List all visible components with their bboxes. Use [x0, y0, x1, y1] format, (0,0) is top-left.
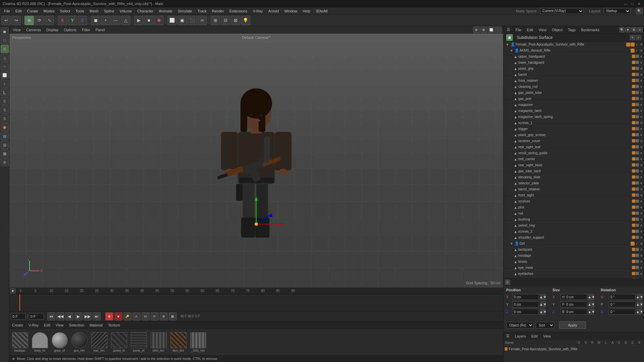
tree-item-pins[interactable]: ▲pins✕	[503, 204, 644, 210]
rp-file[interactable]: File	[514, 28, 524, 32]
3d-viewport[interactable]: Perspective Default Camera:* Grid Spacin…	[9, 34, 503, 288]
workplane-btn[interactable]: ⊠	[231, 16, 240, 25]
tree-item-bolt_carrier[interactable]: ▲bolt_carrier✕	[503, 156, 644, 162]
poly-mode-btn[interactable]: △	[121, 16, 130, 25]
coord-mode-select[interactable]: Object (Re) World	[506, 322, 534, 328]
mat-edit[interactable]: Edit	[43, 323, 52, 327]
vp-icon2[interactable]: ⊠	[480, 26, 487, 33]
scene-btn[interactable]: ⬡	[1, 36, 9, 44]
vt-options[interactable]: Options	[62, 28, 78, 32]
tree-item-girl-backpack[interactable]: ▲backpack✕	[503, 247, 644, 253]
tree-item-girl-eye_meat[interactable]: ▲eye_meat✕	[503, 265, 644, 271]
menu-mesh[interactable]: Mesh	[87, 7, 101, 15]
rot-h-input[interactable]	[609, 294, 636, 300]
minimize-btn[interactable]: —	[623, 1, 628, 6]
light-btn[interactable]: 💡	[241, 16, 250, 25]
goto-end-btn[interactable]: ⏭	[93, 312, 101, 320]
camera-nav-btn[interactable]: ◎	[1, 45, 9, 53]
tree-item-lower-handguard[interactable]: ▲ lower_handguard ✕	[503, 60, 644, 66]
mat-jacket[interactable]: jacket_N	[110, 332, 128, 352]
menu-tools[interactable]: Tools	[73, 7, 87, 15]
current-frame-input[interactable]	[29, 313, 44, 320]
tree-item-swivel_ring[interactable]: ▲swivel_ring✕	[503, 223, 644, 229]
close-btn[interactable]: ✕	[637, 1, 641, 6]
mat-material[interactable]: Material	[88, 323, 104, 327]
tree-item-magazine_latch[interactable]: ▲magazine_latch✕	[503, 108, 644, 114]
tree-item-screws_1[interactable]: ▲screws_1✕	[503, 120, 644, 126]
menu-render[interactable]: Render	[209, 7, 227, 15]
size-b-input[interactable]	[560, 309, 587, 315]
tree-item-rod[interactable]: ▲rod✕	[503, 210, 644, 217]
tree-item-upper-handguard[interactable]: ▲ upper_handguard ✕	[503, 54, 644, 60]
pos-z-input[interactable]	[512, 309, 539, 315]
vt-panel[interactable]: Panel	[94, 28, 107, 32]
menu-help[interactable]: Help	[300, 7, 313, 15]
timeline-cursor[interactable]	[19, 294, 20, 311]
rot-b-input[interactable]	[609, 309, 636, 315]
tree-item-rear_sight_base[interactable]: ▲rear_sight_base✕	[503, 162, 644, 168]
rot-p-input[interactable]	[609, 301, 636, 307]
undo-btn[interactable]: ↩	[1, 16, 11, 25]
y-axis-btn[interactable]: Y	[68, 16, 77, 25]
L-btn[interactable]: L	[1, 88, 9, 97]
key-btn[interactable]: 🔑	[123, 312, 131, 320]
goto-start-btn[interactable]: ⏮	[47, 312, 55, 320]
tree-item-selector_plate[interactable]: ▲selector_plate✕	[503, 180, 644, 186]
node-space-select[interactable]: Current (V-Ray)	[540, 8, 584, 14]
mat-hair[interactable]: hair_MA	[90, 332, 108, 352]
vt-display[interactable]: Display	[44, 28, 60, 32]
tree-item-magazine_latch_spring[interactable]: ▲magazine_latch_spring✕	[503, 114, 644, 120]
tree-item-girl-brows[interactable]: ▲brows✕	[503, 259, 644, 265]
tree-item-recoil_spring_guide[interactable]: ▲recoil_spring_guide✕	[503, 150, 644, 156]
menu-create[interactable]: Create	[24, 7, 41, 15]
mat-texture[interactable]: Texture	[107, 323, 121, 327]
size-p-spinner[interactable]: ▲▼	[589, 301, 594, 307]
vt-view[interactable]: View	[11, 28, 23, 32]
search-btn[interactable]: 🔍	[636, 8, 643, 14]
mat-selection[interactable]: Selection	[68, 323, 86, 327]
menu-select[interactable]: Select	[57, 7, 73, 15]
motion-path-btn[interactable]: P	[151, 312, 159, 320]
tree-item-front_retainer[interactable]: ▲front_retainer✕	[503, 78, 644, 84]
check-btn[interactable]: ✓	[636, 35, 641, 40]
null-btn[interactable]: +	[1, 80, 9, 88]
tree-item-elevating_slide[interactable]: ▲elevating_slide✕	[503, 174, 644, 180]
record2-btn[interactable]: ⏺	[114, 312, 122, 320]
ir-btn[interactable]: IR	[198, 16, 207, 25]
mat-gun[interactable]: gun_MA	[70, 332, 89, 352]
play-fwd-btn[interactable]: ▶	[74, 312, 83, 320]
cube-btn[interactable]: ⬜	[1, 71, 9, 79]
keyframe-btn[interactable]: ◆	[10, 288, 15, 294]
tree-item-gas_pistol_tube[interactable]: ▲gas_pistol_tube✕	[503, 90, 644, 96]
pos-x-input[interactable]	[512, 294, 539, 300]
object-mode-btn[interactable]: ◼	[91, 16, 100, 25]
s3-btn[interactable]: S	[1, 115, 9, 123]
brush-btn[interactable]: ○	[1, 62, 9, 70]
size-h-spinner[interactable]: ▲▼	[589, 294, 594, 300]
play-btn[interactable]: ▶	[134, 16, 144, 25]
vt-cameras[interactable]: Cameras	[24, 28, 43, 32]
redo-btn[interactable]: ↪	[11, 16, 21, 25]
rp-bookmarks[interactable]: Bookmarks	[579, 28, 601, 32]
tree-item-trigger[interactable]: ▲trigger✕	[503, 126, 644, 132]
rotate-tool[interactable]: ⟳	[35, 16, 44, 25]
render-view-btn[interactable]: ▣	[177, 16, 187, 25]
mat-backpack[interactable]: backpac	[11, 332, 29, 352]
tree-item-barrel_retainer[interactable]: ▲barrel_retainer✕	[503, 186, 644, 192]
mat-sss[interactable]: _SSS_MA	[189, 332, 207, 352]
layer2-btn[interactable]: ▥	[1, 141, 9, 149]
paint-btn[interactable]: ⬟	[1, 123, 9, 131]
tree-expand-girl[interactable]: ▼	[509, 241, 514, 246]
tree-item-pistol_grip[interactable]: ▲pistol_grip✕	[503, 66, 644, 72]
tree-item-gas_tube_latch[interactable]: ▲gas_tube_latch✕	[503, 168, 644, 174]
menu-volume[interactable]: Volume	[117, 7, 135, 15]
tree-item-receiver_cover[interactable]: ▲receiver_cover✕	[503, 138, 644, 144]
tree-item-girl-eyelashes[interactable]: ▲eyelashes✕	[503, 271, 644, 277]
menu-extensions[interactable]: Extensions	[227, 7, 250, 15]
tree-item-cleaning_rod[interactable]: ▲cleaning_rod✕	[503, 84, 644, 90]
menu-vray[interactable]: V-Ray	[250, 7, 266, 15]
mat-view[interactable]: View	[54, 323, 65, 327]
smooth-btn[interactable]: S	[1, 97, 9, 105]
pos-icon[interactable]: ☰	[505, 280, 510, 285]
layout-select[interactable]: Startup	[604, 8, 631, 14]
